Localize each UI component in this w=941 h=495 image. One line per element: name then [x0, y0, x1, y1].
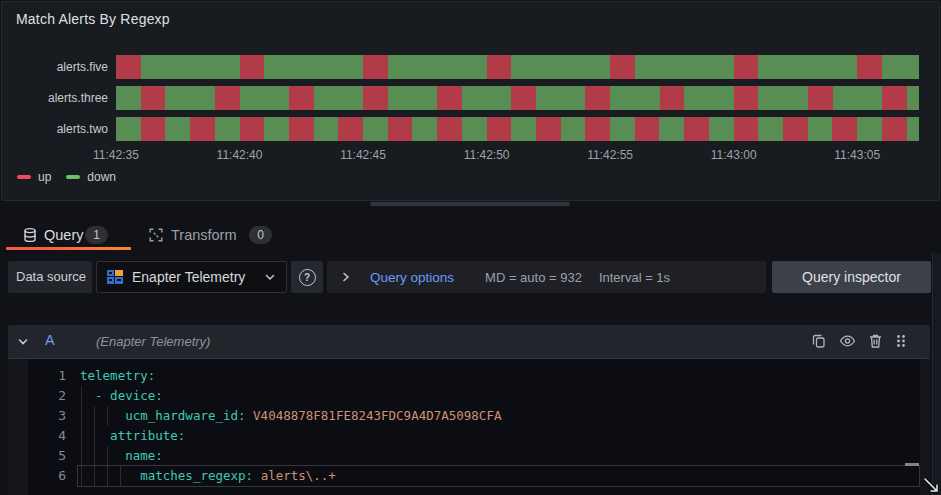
- duplicate-query-icon[interactable]: [811, 333, 827, 349]
- datasource-picker[interactable]: Enapter Telemetry: [96, 261, 287, 293]
- timeline-segment-down: [561, 117, 586, 141]
- axis-tick-label: 11:42:45: [318, 148, 408, 162]
- timeline-segment-down: [758, 86, 807, 110]
- datasource-help-button[interactable]: ?: [291, 261, 323, 293]
- timeline-segment-up: [585, 86, 610, 110]
- tab-transform[interactable]: Transform: [171, 227, 237, 243]
- timeline-segment-up: [882, 86, 907, 110]
- timeline-segment-up: [832, 117, 857, 141]
- timeline-segment-down: [388, 86, 437, 110]
- datasource-picker-value: Enapter Telemetry: [132, 269, 264, 285]
- code-text: telemetry:: [80, 368, 155, 383]
- timeline-segment-down: [833, 86, 882, 110]
- timeline-segment-up: [487, 117, 512, 141]
- query-options-toggle[interactable]: Query options: [370, 270, 454, 285]
- overview-ruler-mark: [905, 463, 919, 466]
- timeline-segment-up: [437, 117, 462, 141]
- yaml-key: - device:: [80, 388, 163, 403]
- axis-tick-label: 11:43:05: [812, 148, 902, 162]
- timeline-segment-down: [264, 117, 289, 141]
- axis-tick-label: 11:42:55: [565, 148, 655, 162]
- line-number: 6: [28, 468, 66, 483]
- grafana-edit-screen: Match Alerts By Regexp alerts.fivealerts…: [0, 0, 941, 495]
- query-inspector-button[interactable]: Query inspector: [772, 261, 931, 293]
- query-count-badge: 1: [85, 226, 108, 244]
- active-tab-underline: [6, 247, 131, 250]
- timeline-segment-down: [907, 86, 919, 110]
- legend-label: down: [87, 170, 116, 184]
- timeline-segment-down: [264, 55, 363, 79]
- tab-query[interactable]: Query: [44, 227, 84, 243]
- query-ref-id: A: [45, 332, 55, 348]
- timeline-segment-down: [165, 117, 190, 141]
- yaml-key: telemetry:: [80, 368, 155, 383]
- timeline-segment-down: [462, 117, 487, 141]
- code-text: ucm_hardware_id: V4048878F81FE8243FDC9A4…: [80, 408, 501, 423]
- horizontal-scrollbar-thumb[interactable]: [370, 202, 570, 206]
- code-line: 5 name:: [28, 446, 920, 466]
- yaml-key: attribute:: [80, 428, 185, 443]
- timeline-segment-down: [116, 86, 141, 110]
- timeline-segment-up: [882, 117, 907, 141]
- transform-count-badge: 0: [249, 226, 272, 244]
- chevron-right-icon: [341, 271, 351, 283]
- axis-tick-label: 11:42:50: [442, 148, 532, 162]
- timeline-segment-up: [289, 86, 314, 110]
- query-options-bar: Query options MD = auto = 932 Interval =…: [327, 261, 766, 293]
- vertical-scrollbar-track[interactable]: [932, 253, 941, 495]
- timeline-segment-down: [215, 117, 240, 141]
- timeline-segment-up: [734, 86, 759, 110]
- resize-cursor-icon: [922, 476, 940, 494]
- timeline-segment-down: [808, 117, 833, 141]
- yaml-key: name:: [80, 448, 163, 463]
- timeline-segment-up: [338, 117, 363, 141]
- timeline-segment-up: [585, 117, 610, 141]
- delete-query-trash-icon[interactable]: [868, 333, 884, 349]
- code-line: 1telemetry:: [28, 366, 920, 386]
- timeline-segment-up: [660, 86, 685, 110]
- chevron-down-icon: [264, 271, 276, 283]
- timeline-segment-down: [882, 55, 919, 79]
- line-number: 3: [28, 408, 66, 423]
- timeline-segment-up: [808, 86, 833, 110]
- timeline-segment-down: [314, 117, 339, 141]
- timeline-segment-down: [709, 117, 734, 141]
- legend-label: up: [38, 170, 51, 184]
- timeline-segment-down: [659, 117, 684, 141]
- timeline-segment-up: [190, 117, 215, 141]
- timeline-segment-down: [363, 117, 388, 141]
- axis-tick-label: 11:43:00: [689, 148, 779, 162]
- timeline-row: [116, 55, 919, 79]
- timeline-segment-down: [907, 117, 919, 141]
- line-number: 4: [28, 428, 66, 443]
- code-line: 2 - device:: [28, 386, 920, 406]
- timeline-segment-down: [511, 117, 536, 141]
- timeline-segment-up: [363, 86, 388, 110]
- line-number: 1: [28, 368, 66, 383]
- collapse-chevron-icon[interactable]: [16, 335, 30, 349]
- timeline-segment-down: [412, 117, 437, 141]
- current-line-highlight: [77, 465, 920, 487]
- legend-item-up[interactable]: up: [17, 170, 51, 184]
- yaml-key: ucm_hardware_id:: [80, 408, 253, 423]
- timeline-row: [116, 86, 919, 110]
- code-text: - device:: [80, 388, 163, 403]
- legend-item-down[interactable]: down: [66, 170, 116, 184]
- timeline-segment-down: [141, 55, 240, 79]
- code-text: attribute:: [80, 428, 185, 443]
- series-label: alerts.two: [4, 122, 108, 136]
- datasource-label: Data source: [8, 261, 92, 293]
- panel-title[interactable]: Match Alerts By Regexp: [16, 11, 170, 27]
- timeline-segment-up: [783, 117, 808, 141]
- timeline-segment-up: [734, 117, 759, 141]
- timeline-segment-up: [116, 55, 141, 79]
- interval-stat: Interval = 1s: [599, 270, 670, 285]
- timeline-segment-down: [165, 86, 214, 110]
- drag-handle-icon[interactable]: [894, 333, 910, 349]
- timeline-segment-up: [240, 117, 265, 141]
- timeline-segment-up: [141, 117, 166, 141]
- timeline-segment-down: [240, 86, 289, 110]
- code-text: name:: [80, 448, 163, 463]
- timeline-segment-up: [610, 55, 635, 79]
- hide-response-eye-icon[interactable]: [839, 333, 855, 349]
